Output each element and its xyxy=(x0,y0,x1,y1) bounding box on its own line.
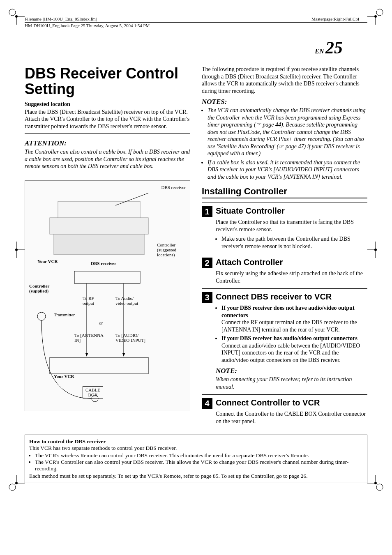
step-sub-body: Connect the RF output terminal on the DB… xyxy=(221,319,357,333)
svg-point-3 xyxy=(15,15,18,18)
step-title: Attach Controller xyxy=(216,258,283,267)
step-title: Situate Controller xyxy=(216,206,285,216)
footer-head: How to control the DBS receiver xyxy=(29,438,363,445)
page-num: 25 xyxy=(325,38,343,57)
step-3: 3 Connect DBS receiver to VCR If your DB… xyxy=(202,288,367,390)
notes-list: The VCR can automatically change the DBS… xyxy=(202,107,367,180)
note-item: If a cable box is also used, it is recom… xyxy=(208,159,367,181)
svg-point-33 xyxy=(92,395,98,402)
footer-bullet: The VCR's Controller can also control yo… xyxy=(35,459,363,472)
footer-intro: This VCR has two separate methods to con… xyxy=(29,445,363,451)
note-body: When connecting your DBS receiver, refer… xyxy=(216,376,367,390)
step-sub-head: If your DBS receiver does not have audio… xyxy=(221,305,355,318)
svg-point-0 xyxy=(9,9,16,16)
suggested-location-head: Suggested location xyxy=(25,101,190,108)
svg-marker-29 xyxy=(85,353,88,357)
suggested-location-body: Place the DBS (Direct Broadcast Satellit… xyxy=(25,108,190,130)
svg-point-12 xyxy=(376,484,383,491)
footer-box: How to control the DBS receiver This VCR… xyxy=(25,435,367,483)
cropmark-icon xyxy=(8,242,25,258)
step-2: 2 Attach Controller Fix securely using t… xyxy=(202,254,367,284)
svg-rect-31 xyxy=(50,357,148,374)
left-column: DBS Receiver Control Setting Suggested l… xyxy=(25,66,190,427)
attention-label: ATTENTION: xyxy=(25,139,190,147)
header-bookinfo: HM-DH100U_Eng.book Page 25 Thursday, Aug… xyxy=(25,22,367,28)
step-1: 1 Situate Controller Place the Controlle… xyxy=(202,203,367,250)
svg-point-4 xyxy=(376,9,383,16)
step-body: Fix securely using the adhesive strip at… xyxy=(216,270,367,284)
step-number: 4 xyxy=(202,398,212,409)
step-title: Connect DBS receiver to VCR xyxy=(216,292,332,302)
note-label: NOTE: xyxy=(216,367,367,375)
step-4: 4 Connect Controller to VCR Connect the … xyxy=(202,394,367,425)
svg-rect-23 xyxy=(58,201,140,218)
step-sub-body: Connect an audio/video cable between the… xyxy=(221,343,360,363)
main-title: DBS Receiver Control Setting xyxy=(25,66,190,97)
svg-point-21 xyxy=(374,249,377,251)
cropmark-icon xyxy=(8,8,25,25)
svg-marker-30 xyxy=(122,353,125,357)
svg-point-18 xyxy=(15,249,18,251)
svg-rect-22 xyxy=(50,218,148,234)
diagram-svg xyxy=(33,189,165,411)
svg-rect-26 xyxy=(74,271,140,283)
step-sub: If your DBS receiver has audio/video out… xyxy=(221,335,367,364)
intro-paragraph: The following procedure is required if y… xyxy=(202,66,367,94)
svg-point-32 xyxy=(37,312,46,320)
step-number: 1 xyxy=(202,206,212,217)
note-item: The VCR can automatically change the DBS… xyxy=(208,107,367,157)
svg-rect-24 xyxy=(54,234,144,255)
step-body: Place the Controller so that its transmi… xyxy=(216,219,367,233)
step-number: 3 xyxy=(202,292,212,303)
fig-dbs-receiver: DBS receiver xyxy=(161,185,186,190)
cropmark-icon xyxy=(8,475,25,491)
attention-body: The Controller can also control a cable … xyxy=(25,148,190,170)
step-bullet: Make sure the path between the Controlle… xyxy=(221,235,367,250)
cropmark-icon xyxy=(367,8,384,25)
step-number: 2 xyxy=(202,258,212,268)
footer-outro: Each method must be set up separately. T… xyxy=(29,473,363,479)
step-body: Connect the Controller to the CABLE BOX … xyxy=(216,410,367,425)
wiring-diagram: DBS receiver Controller (suggested locat… xyxy=(25,180,190,411)
step-title: Connect Controller to VCR xyxy=(216,398,320,408)
right-column: The following procedure is required if y… xyxy=(202,66,367,427)
section-installing-controller: Installing Controller xyxy=(202,186,367,198)
cropmark-icon xyxy=(367,475,384,491)
svg-point-11 xyxy=(15,482,18,484)
page-number: EN 25 xyxy=(25,38,343,58)
notes-label: NOTES: xyxy=(202,98,367,106)
cropmark-icon xyxy=(367,242,384,258)
svg-point-7 xyxy=(374,15,377,18)
footer-bullet: The VCR's wireless Remote can control yo… xyxy=(35,452,363,459)
svg-point-8 xyxy=(9,484,16,491)
step-sub: If your DBS receiver does not have audio… xyxy=(221,304,367,333)
page-en: EN xyxy=(315,48,324,55)
step-sub-head: If your DBS receiver has audio/video out… xyxy=(221,335,357,341)
svg-point-15 xyxy=(374,482,377,484)
